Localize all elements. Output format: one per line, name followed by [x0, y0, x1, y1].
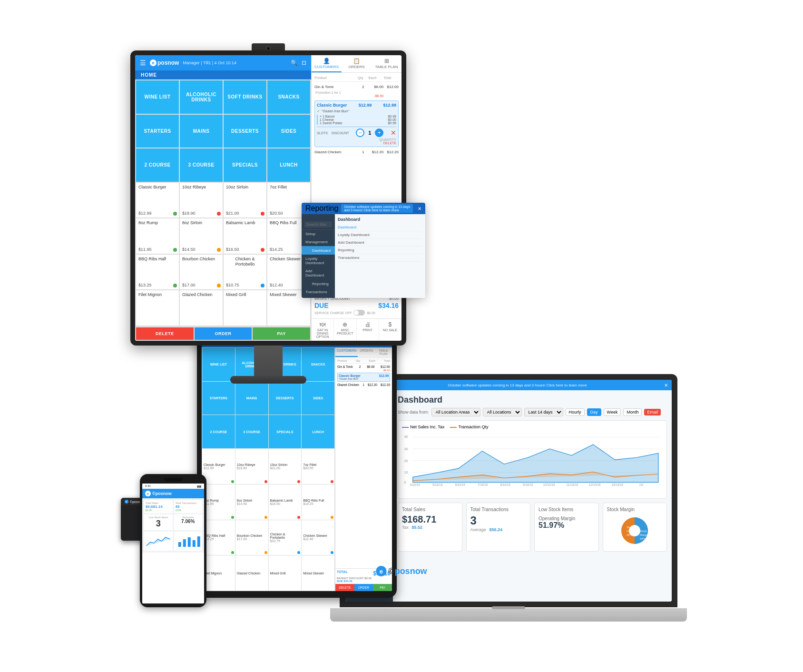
lunch-btn[interactable]: LUNCH	[267, 148, 310, 182]
rw-nav-other[interactable]: Other	[302, 296, 335, 298]
sirloin-8oz-btn[interactable]: 8oz Sirloin $14.50	[180, 218, 223, 254]
laptop-notification-text: October software updates coming in 13 da…	[373, 383, 661, 387]
tablet-delete-btn[interactable]: DELETE	[335, 584, 354, 591]
tablet-order-btn[interactable]: ORDER	[354, 584, 373, 591]
2course-btn[interactable]: 2 COURSE	[136, 148, 179, 182]
month-btn[interactable]: Month	[623, 408, 642, 416]
rump-btn[interactable]: 8oz Rump $11.95	[136, 218, 179, 254]
rw-menu-add[interactable]: Add Dashboard	[338, 239, 422, 247]
chicken-portobello-btn[interactable]: Chicken & Portobello $10.75	[224, 255, 266, 290]
time-range-select[interactable]: Last 14 days	[524, 408, 563, 416]
tablet-ribeye[interactable]: 10oz Ribeye$18.90	[235, 449, 268, 484]
gc-price: $12.20	[368, 150, 383, 154]
rw-close-btn[interactable]: ✕	[418, 206, 421, 211]
eat-in-option[interactable]: 🍽 EAT IN DINING OPTION	[312, 319, 334, 341]
tablet-glazed-chicken[interactable]: Glazed Chicken	[235, 555, 268, 591]
email-btn[interactable]: Email	[644, 409, 661, 415]
misc-product-option[interactable]: ⊕ MISC PRODUCT	[334, 319, 356, 341]
delete-button[interactable]: DELETE	[136, 327, 194, 340]
operating-margin-val: 51.97%	[539, 521, 595, 530]
filet-mignon-btn[interactable]: Filet Mignon	[136, 290, 179, 326]
rw-nav-add-dashboard[interactable]: Add Dashboard	[302, 267, 335, 279]
desserts-btn[interactable]: DESSERTS	[224, 115, 266, 148]
qty-delete-btn[interactable]: ✕	[391, 129, 396, 137]
day-btn[interactable]: Day	[587, 408, 601, 416]
rw-nav-dashboard[interactable]: Dashboard	[302, 246, 335, 255]
print-option[interactable]: 🖨 PRINT	[357, 319, 379, 341]
snacks-btn[interactable]: SNACKS	[267, 80, 310, 114]
wine-list-btn[interactable]: WINE LIST	[136, 80, 179, 114]
tablet-chicken-skewer[interactable]: Chicken Skewer$12.40	[302, 520, 334, 555]
tablet-balsamic-lamb[interactable]: Balsamic Lamb$16.50	[269, 484, 302, 520]
location-area-select[interactable]: All Location Areas	[431, 408, 480, 416]
mains-btn[interactable]: MAINS	[180, 115, 223, 148]
sirloin-10oz-btn[interactable]: 10oz Sirloin $21.00	[224, 183, 266, 218]
rw-menu-reporting[interactable]: Reporting	[338, 247, 422, 254]
tablet-sirloin[interactable]: 10oz Sirloin$21.00	[269, 449, 302, 484]
locations-select[interactable]: All Locations	[483, 408, 522, 416]
rw-menu-transactions[interactable]: Transactions	[338, 254, 422, 262]
3course-btn[interactable]: 3 COURSE	[180, 148, 223, 182]
tablet-specials[interactable]: SPECiALS	[269, 415, 302, 448]
tablet-chicken-portobello[interactable]: Chicken & Portobello$10.75	[269, 520, 302, 555]
tablet-classic-burger[interactable]: Classic Burger$12.99	[202, 449, 235, 484]
tablet-mixed-skewer[interactable]: Mixed Skewer	[302, 555, 334, 591]
week-btn[interactable]: Week	[604, 408, 621, 416]
rw-nav-reporting[interactable]: Reporting	[302, 279, 335, 288]
cb-extras: + 1 Bacon $0.99 1 Cheese $0.00 1 Sweet P…	[317, 115, 396, 125]
glazed-chicken-menu-btn[interactable]: Glazed Chicken	[180, 290, 223, 326]
tablet-rump[interactable]: 8oz Rump$11.95	[202, 484, 235, 520]
tablet-3course[interactable]: 3 COURSE	[235, 415, 268, 448]
hourly-btn[interactable]: Hourly	[566, 408, 585, 416]
service-toggle-switch[interactable]	[353, 310, 365, 316]
cb-action-labels: SLOTS DISCOUNT	[317, 131, 349, 135]
starters-btn[interactable]: STARTERS	[136, 115, 179, 148]
pay-button[interactable]: PAY	[253, 327, 310, 340]
tablet-2course[interactable]: 2 COURSE	[202, 415, 235, 448]
tablet-filet-mignon[interactable]: Filet Mignon	[202, 555, 235, 591]
rw-menu-dashboard[interactable]: Dashboard	[338, 224, 422, 231]
tablet-desserts[interactable]: DESSERTS	[269, 382, 302, 415]
tablet-bbq-ribs[interactable]: BBQ Ribs Full$14.25	[302, 484, 334, 520]
discount-label-btn[interactable]: DISCOUNT	[332, 131, 349, 135]
rw-menu-loyalty[interactable]: Loyalty Dashboard	[338, 231, 422, 239]
tab-customers[interactable]: 👤 CUSTOMERS	[312, 55, 342, 72]
tablet-lunch[interactable]: LUNCH	[302, 415, 334, 448]
tablet-pay-btn[interactable]: PAY	[373, 584, 392, 591]
laptop-notif-close[interactable]: ✕	[664, 383, 668, 388]
balsamic-lamb-btn[interactable]: Balsamic Lamb $16.50	[224, 218, 266, 254]
rw-search-input[interactable]	[304, 221, 332, 227]
soft-drinks-btn[interactable]: SOFT DRINKS	[224, 80, 266, 114]
mixed-grill-btn[interactable]: Mixed Grill	[224, 290, 266, 326]
svg-text:46%: 46%	[627, 534, 633, 536]
specials-btn[interactable]: SPECiALS	[224, 148, 266, 182]
qty-decrease-btn[interactable]: −	[356, 128, 364, 137]
bourbon-chicken-btn[interactable]: Bourbon Chicken $17.00	[180, 255, 223, 290]
tablet-fillet[interactable]: 7oz Fillet$20.50	[302, 449, 334, 484]
rw-nav-loyalty[interactable]: Loyalty Dashboard	[302, 255, 335, 267]
tab-orders[interactable]: 📋 ORDERS	[342, 55, 372, 72]
classic-burger-btn[interactable]: Classic Burger $12.99	[136, 183, 179, 218]
classic-burger-order-item[interactable]: Classic Burger $12.99 $12.99 ✓ "Gluten f…	[314, 100, 399, 147]
ribeye-btn[interactable]: 10oz Ribeye $18.90	[180, 183, 223, 218]
exit-icon[interactable]: ⊡	[302, 59, 306, 66]
bbq-ribs-half-btn[interactable]: BBQ Ribs Half $13.25	[136, 255, 179, 290]
tablet-bourbon[interactable]: Bourbon Chicken$17.00	[235, 520, 268, 555]
alcoholic-drinks-btn[interactable]: ALCOHOLIC DRINKS	[180, 80, 223, 114]
search-icon[interactable]: 🔍	[291, 59, 298, 66]
qty-increase-btn[interactable]: +	[375, 128, 383, 137]
rw-nav-management[interactable]: Management	[302, 238, 335, 246]
tablet-starters[interactable]: STARTERS	[202, 382, 235, 415]
tablet-mains[interactable]: MAINS	[235, 382, 268, 415]
hamburger-icon[interactable]: ☰	[140, 59, 146, 67]
no-sale-option[interactable]: $ NO SALE	[379, 319, 402, 341]
tablet-sirloin-8oz[interactable]: 8oz Sirloin$14.50	[235, 484, 268, 520]
tablet-sides[interactable]: SIDES	[302, 382, 334, 415]
order-button[interactable]: ORDER	[195, 327, 252, 340]
tablet-mixed-grill[interactable]: Mixed Grill	[269, 555, 302, 591]
rw-nav-transactions[interactable]: Transactions	[302, 288, 335, 296]
rw-nav-setup[interactable]: Setup	[302, 230, 335, 238]
tab-table-plan[interactable]: ⊞ TABLE PLAN	[372, 55, 402, 72]
tablet-bbq-ribs-half[interactable]: BBQ Ribs Half$13.25	[202, 520, 235, 555]
sides-btn[interactable]: SIDES	[267, 115, 310, 148]
